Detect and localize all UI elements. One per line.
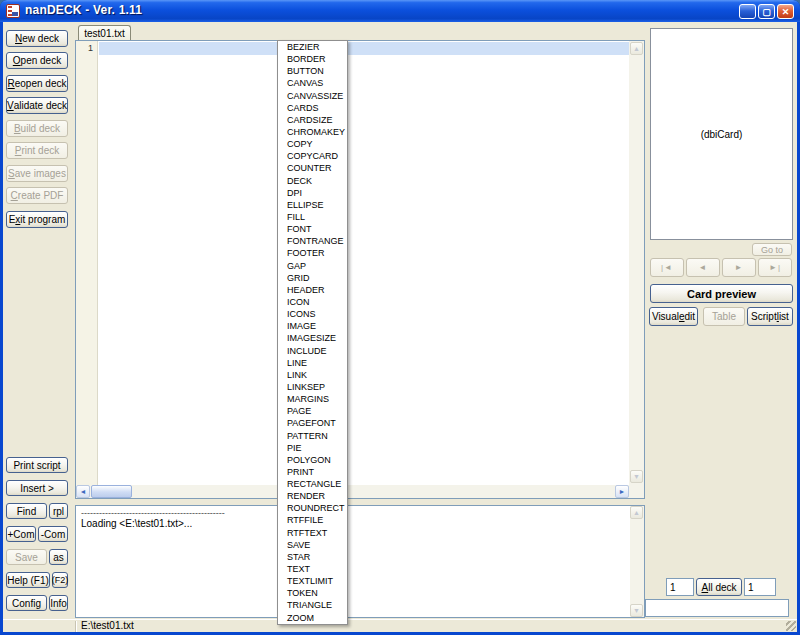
menu-item[interactable]: CARDSIZE (278, 114, 347, 126)
menu-item[interactable]: FOOTER (278, 247, 347, 259)
reopen-deck-button[interactable]: Reopen deck (6, 75, 68, 92)
directive-popup-menu: BEZIERBORDERBUTTONCANVASCANVASSIZECARDSC… (277, 40, 348, 625)
menu-item[interactable]: IMAGE (278, 320, 347, 332)
menu-item[interactable]: ICONS (278, 308, 347, 320)
menu-item[interactable]: COUNTER (278, 162, 347, 174)
menu-item[interactable]: CARDS (278, 102, 347, 114)
nav-next-button: ► (722, 258, 756, 277)
bottom-text-field[interactable] (645, 599, 789, 617)
card-preview-button[interactable]: Card preview (650, 284, 793, 303)
help-f2-button[interactable]: (F2) (52, 572, 68, 588)
info-button[interactable]: Info (49, 595, 68, 611)
menu-item[interactable]: TOKEN (278, 587, 347, 599)
menu-item[interactable]: GAP (278, 260, 347, 272)
menu-item[interactable]: SAVE (278, 539, 347, 551)
table-button: Table (703, 307, 745, 326)
menu-item[interactable]: PIE (278, 442, 347, 454)
deck-end-input[interactable] (744, 578, 776, 596)
menu-item[interactable]: INCLUDE (278, 345, 347, 357)
visual-edit-button[interactable]: Visual edit (649, 307, 698, 326)
scroll-down-icon[interactable]: ▼ (630, 470, 643, 483)
menu-item[interactable]: POLYGON (278, 454, 347, 466)
nav-last-button: ►| (758, 258, 792, 277)
menu-item[interactable]: PATTERN (278, 430, 347, 442)
menu-item[interactable]: RTFFILE (278, 514, 347, 526)
menu-item[interactable]: TEXT (278, 563, 347, 575)
print-script-button[interactable]: Print script (6, 457, 68, 473)
menu-item[interactable]: RENDER (278, 490, 347, 502)
menu-item[interactable]: BUTTON (278, 65, 347, 77)
menu-item[interactable]: GRID (278, 272, 347, 284)
scroll-up-icon[interactable]: ▲ (630, 42, 643, 55)
title-bar[interactable]: nanDECK - Ver. 1.11 _ ▢ ✕ (0, 0, 800, 22)
menu-item[interactable]: COPY (278, 138, 347, 150)
card-preview-area: (dbiCard) (650, 28, 793, 240)
log-vscrollbar[interactable] (630, 506, 644, 617)
menu-item[interactable]: TEXTLIMIT (278, 575, 347, 587)
line-number-gutter: 1 (76, 41, 98, 485)
deck-start-input[interactable] (666, 578, 694, 596)
log-area[interactable]: ----------------------------------------… (75, 505, 645, 618)
exit-program-button[interactable]: Exit program (6, 211, 68, 228)
app-icon (6, 4, 20, 18)
menu-item[interactable]: LINE (278, 357, 347, 369)
editor-hscrollbar[interactable] (76, 485, 629, 498)
validate-deck-button[interactable]: Validate deck (6, 97, 68, 114)
resize-grip[interactable] (786, 621, 796, 631)
menu-item[interactable]: FONTRANGE (278, 235, 347, 247)
find-button[interactable]: Find (6, 503, 47, 519)
log-scroll-down-icon[interactable]: ▼ (630, 604, 643, 617)
config-button[interactable]: Config (6, 595, 47, 611)
menu-item[interactable]: IMAGESIZE (278, 332, 347, 344)
script-editor[interactable] (75, 40, 645, 499)
close-button[interactable]: ✕ (777, 4, 794, 19)
menu-item[interactable]: PAGEFONT (278, 417, 347, 429)
menu-item[interactable]: HEADER (278, 284, 347, 296)
menu-item[interactable]: COPYCARD (278, 150, 347, 162)
log-scroll-up-icon[interactable]: ▲ (630, 506, 643, 519)
tab-test01[interactable]: test01.txt (78, 25, 131, 41)
menu-item[interactable]: MARGINS (278, 393, 347, 405)
menu-item[interactable]: ELLIPSE (278, 199, 347, 211)
menu-item[interactable]: PAGE (278, 405, 347, 417)
editor-vscrollbar[interactable] (629, 41, 644, 485)
scroll-left-icon[interactable]: ◄ (76, 485, 90, 498)
hscroll-thumb[interactable] (91, 485, 132, 498)
help-f1-button[interactable]: Help (F1) (6, 572, 50, 588)
replace-button[interactable]: rpl (49, 503, 68, 519)
menu-item[interactable]: CHROMAKEY (278, 126, 347, 138)
menu-item[interactable]: STAR (278, 551, 347, 563)
new-deck-button[interactable]: New deck (6, 30, 68, 47)
menu-item[interactable]: ZOOM (278, 612, 347, 624)
menu-item[interactable]: RECTANGLE (278, 478, 347, 490)
menu-item[interactable]: FILL (278, 211, 347, 223)
script-list-button[interactable]: Script list (747, 307, 793, 326)
maximize-button[interactable]: ▢ (758, 4, 775, 19)
all-deck-button[interactable]: All deck (696, 578, 742, 596)
open-deck-button[interactable]: Open deck (6, 52, 68, 69)
menu-item[interactable]: ROUNDRECT (278, 502, 347, 514)
menu-item[interactable]: BEZIER (278, 41, 347, 53)
menu-item[interactable]: LINKSEP (278, 381, 347, 393)
print-deck-button: Print deck (6, 142, 68, 159)
menu-item[interactable]: DPI (278, 187, 347, 199)
selected-line-highlight[interactable] (99, 42, 629, 55)
menu-item[interactable]: FONT (278, 223, 347, 235)
remove-comment-button[interactable]: -Com (38, 526, 68, 542)
add-comment-button[interactable]: +Com (6, 526, 36, 542)
menu-item[interactable]: CANVAS (278, 77, 347, 89)
menu-item[interactable]: LINK (278, 369, 347, 381)
menu-item[interactable]: BORDER (278, 53, 347, 65)
status-bar: E:\test01.txt (3, 619, 797, 632)
minimize-button[interactable]: _ (739, 4, 756, 19)
menu-item[interactable]: ICON (278, 296, 347, 308)
scroll-right-icon[interactable]: ► (615, 485, 629, 498)
menu-item[interactable]: RTFTEXT (278, 527, 347, 539)
insert-button[interactable]: Insert > (6, 480, 68, 496)
menu-item[interactable]: DECK (278, 175, 347, 187)
menu-item[interactable]: TRIANGLE (278, 599, 347, 611)
menu-item[interactable]: CANVASSIZE (278, 90, 347, 102)
nav-prev-icon: ◄ (699, 263, 708, 272)
menu-item[interactable]: PRINT (278, 466, 347, 478)
save-as-button[interactable]: as (49, 549, 68, 565)
